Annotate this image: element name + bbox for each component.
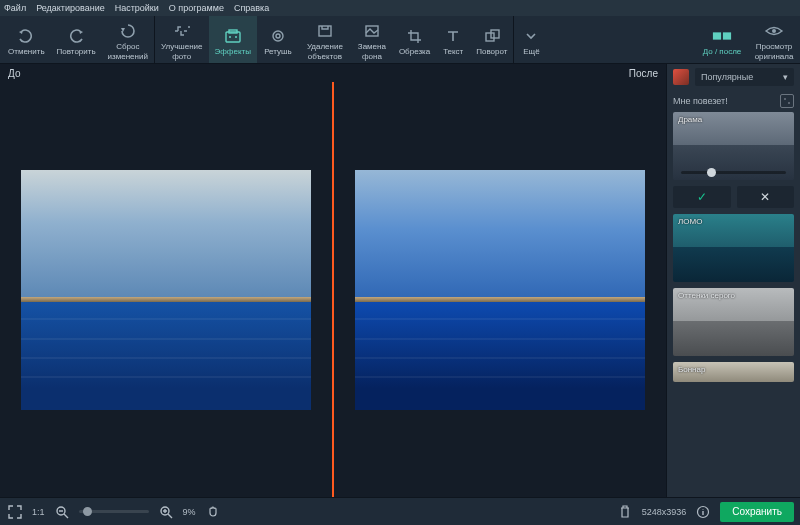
- lucky-row[interactable]: Мне повезет!: [667, 90, 800, 112]
- svg-rect-10: [491, 30, 499, 38]
- before-label: До: [8, 68, 20, 79]
- remove-objects-icon: [315, 21, 335, 41]
- before-after-button[interactable]: До / после: [696, 16, 748, 63]
- category-row: Популярные ▾: [667, 64, 800, 90]
- after-image: [355, 170, 645, 410]
- before-pane: [0, 82, 332, 497]
- svg-point-0: [188, 26, 190, 28]
- text-button[interactable]: Текст: [436, 16, 470, 63]
- svg-point-3: [229, 36, 231, 38]
- svg-point-13: [772, 29, 776, 33]
- menu-help[interactable]: Справка: [234, 3, 269, 13]
- zoom-out-button[interactable]: [53, 503, 71, 521]
- intensity-slider[interactable]: [681, 171, 786, 174]
- canvas-header: До После: [0, 64, 666, 82]
- effects-button[interactable]: Эффекты: [209, 16, 257, 63]
- main-area: До После: [0, 64, 800, 497]
- svg-rect-9: [486, 33, 494, 41]
- eye-icon: [764, 21, 784, 41]
- svg-rect-7: [319, 26, 331, 36]
- svg-rect-11: [713, 32, 721, 39]
- reset-icon: [118, 21, 138, 41]
- apply-button[interactable]: ✓: [673, 186, 731, 208]
- svg-rect-12: [723, 32, 731, 39]
- category-swatch: [673, 69, 689, 85]
- effect-actions: ✓ ✕: [673, 186, 794, 208]
- menu-file[interactable]: Файл: [4, 3, 26, 13]
- text-icon: [443, 26, 463, 46]
- chevron-down-icon: ▾: [783, 72, 788, 82]
- crop-button[interactable]: Обрезка: [393, 16, 436, 63]
- effects-panel: Популярные ▾ Мне повезет! Драма ✓ ✕ ЛОМО: [666, 64, 800, 497]
- svg-point-6: [276, 34, 280, 38]
- canvas-area: До После: [0, 64, 666, 497]
- category-select[interactable]: Популярные ▾: [695, 68, 794, 86]
- menu-settings[interactable]: Настройки: [115, 3, 159, 13]
- menu-edit[interactable]: Редактирование: [36, 3, 105, 13]
- effects-icon: [223, 26, 243, 46]
- more-button[interactable]: Ещё: [514, 16, 548, 63]
- undo-button[interactable]: Отменить: [2, 16, 51, 63]
- menubar: Файл Редактирование Настройки О программ…: [0, 0, 800, 16]
- zoom-in-button[interactable]: [157, 503, 175, 521]
- rotate-button[interactable]: Поворот: [470, 16, 513, 63]
- dice-icon: [780, 94, 794, 108]
- rotate-icon: [482, 26, 502, 46]
- svg-point-5: [273, 31, 283, 41]
- after-label: После: [629, 68, 658, 79]
- toolbar: Отменить Повторить Сброс изменений Улучш…: [0, 16, 800, 64]
- effects-list[interactable]: Драма ✓ ✕ ЛОМО Оттенки серого Боннар: [667, 112, 800, 497]
- zoom-value: 9%: [183, 507, 196, 517]
- crop-icon: [405, 26, 425, 46]
- menu-about[interactable]: О программе: [169, 3, 224, 13]
- canvas-body[interactable]: [0, 82, 666, 497]
- retouch-button[interactable]: Ретушь: [257, 16, 299, 63]
- effect-lomo[interactable]: ЛОМО: [673, 214, 794, 282]
- after-pane: [334, 82, 666, 497]
- enhance-icon: [172, 21, 192, 41]
- app-window: Файл Редактирование Настройки О программ…: [0, 0, 800, 525]
- background-button[interactable]: Замена фона: [351, 16, 393, 63]
- compare-icon: [712, 26, 732, 46]
- cancel-button[interactable]: ✕: [737, 186, 795, 208]
- delete-button[interactable]: [616, 503, 634, 521]
- svg-point-4: [235, 36, 237, 38]
- dimensions-label: 5248x3936: [642, 507, 687, 517]
- background-icon: [362, 21, 382, 41]
- effect-greyscale[interactable]: Оттенки серого: [673, 288, 794, 356]
- fit-label[interactable]: 1:1: [32, 507, 45, 517]
- before-image: [21, 170, 311, 410]
- status-bar: 1:1 9% 5248x3936 Сохранить: [0, 497, 800, 525]
- save-button[interactable]: Сохранить: [720, 502, 794, 522]
- reset-button[interactable]: Сброс изменений: [102, 16, 154, 63]
- redo-icon: [66, 26, 86, 46]
- chevron-down-icon: [521, 26, 541, 46]
- undo-icon: [16, 26, 36, 46]
- remove-objects-button[interactable]: Удаление объектов: [299, 16, 351, 63]
- retouch-icon: [268, 26, 288, 46]
- effect-bonnard[interactable]: Боннар: [673, 362, 794, 382]
- fullscreen-button[interactable]: [6, 503, 24, 521]
- redo-button[interactable]: Повторить: [51, 16, 102, 63]
- view-original-button[interactable]: Просмотр оригинала: [748, 16, 800, 63]
- enhance-button[interactable]: Улучшение фото: [155, 16, 209, 63]
- info-button[interactable]: [694, 503, 712, 521]
- hand-tool-button[interactable]: [204, 503, 222, 521]
- effect-drama[interactable]: Драма: [673, 112, 794, 180]
- zoom-slider[interactable]: [79, 510, 149, 513]
